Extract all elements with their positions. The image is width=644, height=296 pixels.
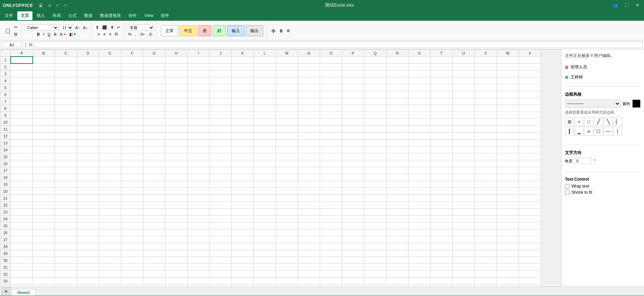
cell-L19[interactable] (254, 181, 276, 188)
cell-I1[interactable] (188, 57, 210, 64)
cell-V17[interactable] (475, 167, 497, 174)
cell-G23[interactable] (143, 209, 165, 216)
cell-H3[interactable] (165, 70, 188, 77)
cell-O11[interactable] (320, 126, 342, 133)
cell-V26[interactable] (475, 229, 497, 236)
cell-Q25[interactable] (364, 222, 386, 229)
cell-C9[interactable] (55, 112, 77, 119)
cell-S21[interactable] (408, 195, 431, 202)
cell-O30[interactable] (320, 257, 342, 264)
cell-E28[interactable] (99, 243, 121, 250)
cell-F34[interactable] (121, 285, 143, 287)
cell-S29[interactable] (408, 250, 431, 257)
cell-W27[interactable] (497, 236, 519, 243)
col-header-O[interactable]: O (320, 50, 342, 57)
cell-A31[interactable] (11, 264, 33, 271)
cell-O32[interactable] (320, 271, 342, 278)
cell-G28[interactable] (143, 243, 165, 250)
cell-I15[interactable] (188, 153, 210, 160)
border-thick-v-btn[interactable]: │ (613, 127, 622, 136)
cell-C21[interactable] (55, 195, 77, 202)
cell-I8[interactable] (188, 105, 210, 112)
cell-M24[interactable] (276, 216, 298, 222)
add-sheet-btn[interactable]: + (1, 287, 11, 296)
menu-file[interactable]: 文件 (1, 11, 17, 20)
italic-btn[interactable]: I (42, 31, 46, 37)
cell-I24[interactable] (188, 216, 210, 222)
cell-R16[interactable] (386, 160, 408, 167)
cell-Q5[interactable] (364, 84, 386, 91)
cell-D21[interactable] (77, 195, 99, 202)
cell-W30[interactable] (497, 257, 519, 264)
cell-X17[interactable] (519, 167, 541, 174)
style-output[interactable]: 输出 (246, 25, 263, 36)
cell-F6[interactable] (121, 91, 143, 98)
font-size-dec-btn[interactable]: A↓ (82, 25, 89, 30)
cell-I16[interactable] (188, 160, 210, 167)
cell-L17[interactable] (254, 167, 276, 174)
cell-K12[interactable] (232, 133, 254, 140)
cell-A34[interactable] (11, 285, 33, 287)
cell-K10[interactable] (232, 119, 254, 126)
cell-X11[interactable] (519, 126, 541, 133)
cell-B19[interactable] (33, 181, 55, 188)
cell-G27[interactable] (143, 236, 165, 243)
border-style-select[interactable]: ────── - - - - ········· (565, 99, 621, 108)
cell-V9[interactable] (475, 112, 497, 119)
cell-T28[interactable] (431, 243, 453, 250)
cell-N11[interactable] (298, 126, 320, 133)
cell-L24[interactable] (254, 216, 276, 222)
cell-M18[interactable] (276, 174, 298, 181)
border-color-swatch[interactable] (632, 99, 641, 108)
cell-C31[interactable] (55, 264, 77, 271)
cell-P19[interactable] (342, 181, 364, 188)
cell-L27[interactable] (254, 236, 276, 243)
menu-formula[interactable]: 公式 (65, 11, 80, 20)
cell-R5[interactable] (386, 84, 408, 91)
cell-G6[interactable] (143, 91, 165, 98)
cell-N34[interactable] (298, 285, 320, 287)
cell-F18[interactable] (121, 174, 143, 181)
cell-F9[interactable] (121, 112, 143, 119)
cell-A30[interactable] (11, 257, 33, 264)
row-header-11[interactable]: 11 (0, 126, 11, 133)
cell-F16[interactable] (121, 160, 143, 167)
cell-R24[interactable] (386, 216, 408, 222)
cell-R10[interactable] (386, 119, 408, 126)
cell-Q6[interactable] (364, 91, 386, 98)
cell-reference-input[interactable]: A1 (1, 42, 22, 48)
cell-B32[interactable] (33, 271, 55, 278)
cell-T9[interactable] (431, 112, 453, 119)
cell-W18[interactable] (497, 174, 519, 181)
cell-C24[interactable] (55, 216, 77, 222)
border-inner-btn[interactable]: + (575, 117, 584, 126)
cell-B22[interactable] (33, 202, 55, 209)
cell-C6[interactable] (55, 91, 77, 98)
cell-T31[interactable] (431, 264, 453, 271)
cell-D30[interactable] (77, 257, 99, 264)
cell-T14[interactable] (431, 146, 453, 153)
cell-G8[interactable] (143, 105, 165, 112)
cell-A24[interactable] (11, 216, 33, 222)
cell-N1[interactable] (298, 57, 320, 64)
cell-M19[interactable] (276, 181, 298, 188)
cell-Q11[interactable] (364, 126, 386, 133)
cell-X2[interactable] (519, 64, 541, 70)
cell-V23[interactable] (475, 209, 497, 216)
cell-F24[interactable] (121, 216, 143, 222)
cell-G26[interactable] (143, 229, 165, 236)
cell-U3[interactable] (453, 70, 475, 77)
cell-R6[interactable] (386, 91, 408, 98)
cell-B31[interactable] (33, 264, 55, 271)
cell-W17[interactable] (497, 167, 519, 174)
cell-A8[interactable] (11, 105, 33, 112)
cell-D11[interactable] (77, 126, 99, 133)
cell-R12[interactable] (386, 133, 408, 140)
cell-C16[interactable] (55, 160, 77, 167)
cell-Q30[interactable] (364, 257, 386, 264)
cell-O6[interactable] (320, 91, 342, 98)
cell-R7[interactable] (386, 98, 408, 105)
cell-R32[interactable] (386, 271, 408, 278)
cell-A18[interactable] (11, 174, 33, 181)
cell-T29[interactable] (431, 250, 453, 257)
